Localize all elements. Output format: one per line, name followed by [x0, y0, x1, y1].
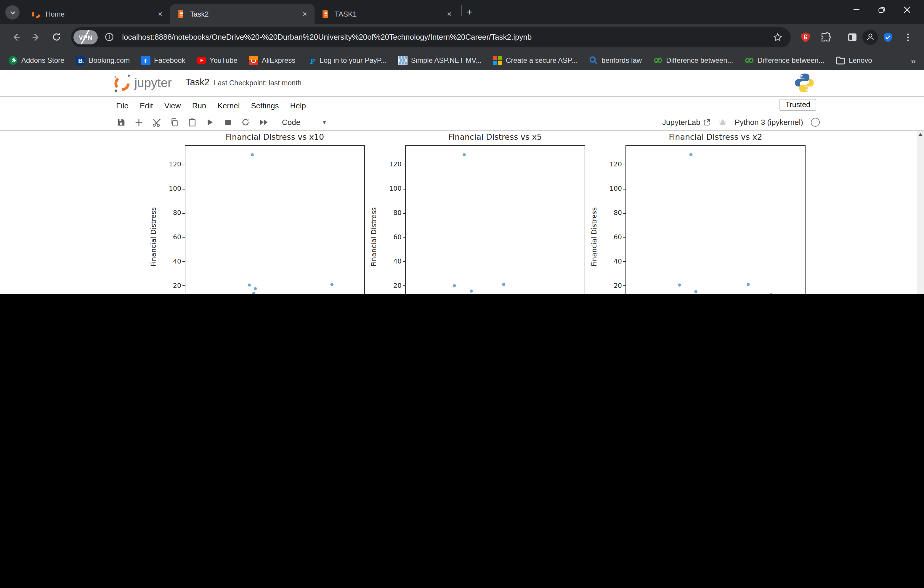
bookmark-label: Facebook	[154, 56, 185, 64]
interrupt-kernel-button[interactable]	[223, 117, 233, 127]
profile-avatar[interactable]	[862, 29, 878, 45]
y-tick-label: 20	[598, 282, 622, 290]
y-tick-label: 40	[598, 258, 622, 265]
menu-settings[interactable]: Settings	[251, 101, 279, 110]
y-tick-label: 40	[378, 258, 402, 265]
tab-close-icon[interactable]: ×	[155, 9, 165, 19]
site-info-button[interactable]	[102, 30, 116, 44]
browser-toolbar: VPN localhost:8888/notebooks/OneDrive%20…	[0, 24, 924, 50]
bookmark-label: Lenovo	[849, 56, 872, 64]
side-panel-button[interactable]	[844, 29, 861, 45]
extensions-button[interactable]	[817, 29, 834, 45]
tab-strip: Home × Task2 × TASK1 × +	[0, 0, 924, 24]
side-panel-icon	[847, 32, 858, 42]
paypal-icon: PP	[307, 56, 316, 65]
microsoft-icon	[493, 56, 502, 65]
tab-search-button[interactable]	[5, 5, 20, 20]
add-cell-button[interactable]	[134, 117, 144, 127]
jupyterlab-link[interactable]: JupyterLab	[662, 118, 711, 127]
checkpoint-status: Last Checkpoint: last month	[214, 79, 302, 87]
restore-button[interactable]	[878, 6, 886, 13]
addons-store-icon	[8, 56, 18, 65]
debugger-bug-icon[interactable]	[719, 118, 727, 127]
trusted-button[interactable]: Trusted	[779, 99, 816, 111]
restart-run-all-button[interactable]	[258, 117, 268, 127]
bookmark-item[interactable]: Addons Store	[8, 56, 64, 65]
bookmark-label: Difference between...	[666, 56, 733, 64]
save-button[interactable]	[116, 117, 126, 127]
bookmark-item[interactable]: Difference between...	[744, 56, 825, 65]
y-tick-label: 120	[598, 160, 622, 168]
url-text[interactable]: localhost:8888/notebooks/OneDrive%20-%20…	[122, 33, 771, 41]
forward-button[interactable]	[28, 29, 44, 45]
scatter-canvas	[405, 145, 585, 294]
minimize-button[interactable]	[853, 6, 860, 13]
bookmark-item[interactable]: benfords law	[589, 56, 642, 65]
menu-view[interactable]: View	[164, 101, 181, 110]
bookmark-item[interactable]: BBooking.com	[76, 56, 130, 65]
diffen-green-icon	[653, 56, 663, 65]
cut-cell-button[interactable]	[152, 117, 162, 127]
kernel-name[interactable]: Python 3 (ipykernel)	[735, 118, 803, 127]
window-controls	[853, 0, 924, 19]
bookmark-item[interactable]: YouTube	[196, 56, 238, 65]
cell-type-dropdown[interactable]: Code	[282, 118, 300, 127]
bookmarks-overflow-button[interactable]: »	[911, 55, 916, 66]
bookmark-item[interactable]: fFacebook	[141, 56, 185, 65]
tab-close-icon[interactable]: ×	[444, 9, 454, 19]
menu-file[interactable]: File	[116, 101, 129, 110]
chevron-down-icon[interactable]: ▾	[323, 119, 326, 125]
info-icon	[104, 33, 114, 41]
tab-separator	[461, 5, 462, 16]
y-tick-label: 60	[378, 233, 402, 241]
bookmark-star-button[interactable]	[771, 30, 785, 44]
browser-menu-button[interactable]	[900, 29, 916, 45]
blue-shield-check-icon	[883, 32, 893, 42]
browser-window: Home × Task2 × TASK1 × +	[0, 0, 924, 294]
reload-button[interactable]	[49, 29, 64, 45]
youtube-icon	[196, 56, 206, 65]
copy-cell-button[interactable]	[169, 117, 180, 127]
scatter-figure-x10: Financial Distress vs x10−0.20.00.20.40.…	[146, 132, 366, 294]
person-icon	[865, 32, 875, 42]
scroll-up-arrow[interactable]	[917, 131, 924, 138]
vpn-extension-badge[interactable]: VPN	[73, 30, 98, 44]
bookmark-item[interactable]: Simple ASP.NET MV...	[398, 56, 482, 65]
diffen-green-icon	[744, 56, 754, 65]
bookmark-label: Create a secure ASP...	[506, 56, 577, 64]
scatter-canvas	[625, 145, 805, 294]
paste-cell-button[interactable]	[187, 117, 197, 127]
notebook-toolbar: Code ▾ JupyterLab Python 3 (ipykernel)	[0, 114, 924, 131]
bookmark-item[interactable]: AliExpress	[249, 56, 295, 65]
bookmark-item[interactable]: PPLog in to your PayP...	[307, 56, 386, 65]
safety-check-button[interactable]	[879, 29, 896, 45]
y-tick-label: 120	[158, 160, 181, 168]
bookmark-item[interactable]: Difference between...	[653, 56, 733, 65]
tab-task1[interactable]: TASK1 ×	[315, 4, 459, 24]
chart-title: Financial Distress vs x5	[405, 132, 585, 144]
bookmark-item[interactable]: Create a secure ASP...	[493, 56, 577, 65]
tab-task2[interactable]: Task2 ×	[170, 4, 315, 24]
new-tab-button[interactable]: +	[467, 7, 473, 18]
close-window-button[interactable]	[903, 6, 911, 13]
adblock-extension-button[interactable]	[797, 29, 814, 45]
run-cell-button[interactable]	[205, 117, 215, 127]
bookmark-item[interactable]: Lenovo	[836, 56, 872, 65]
toolbar-separator	[839, 32, 839, 42]
scrollbar[interactable]	[917, 131, 924, 294]
back-arrow-icon	[11, 32, 21, 42]
jupyter-logo[interactable]: jupyter	[112, 73, 172, 93]
notebook-title[interactable]: Task2	[185, 77, 210, 87]
notebook-menubar: FileEditViewRunKernelSettingsHelp Truste…	[0, 97, 924, 114]
bookmark-label: Log in to your PayP...	[320, 56, 386, 64]
menu-kernel[interactable]: Kernel	[217, 101, 239, 110]
back-button[interactable]	[8, 29, 24, 45]
tab-home[interactable]: Home ×	[25, 4, 170, 24]
restart-kernel-button[interactable]	[241, 117, 251, 127]
address-bar[interactable]: VPN localhost:8888/notebooks/OneDrive%20…	[71, 27, 791, 47]
bookmark-label: AliExpress	[262, 56, 295, 64]
menu-help[interactable]: Help	[290, 101, 306, 110]
menu-edit[interactable]: Edit	[140, 101, 153, 110]
tab-close-icon[interactable]: ×	[300, 9, 310, 19]
menu-run[interactable]: Run	[192, 101, 206, 110]
